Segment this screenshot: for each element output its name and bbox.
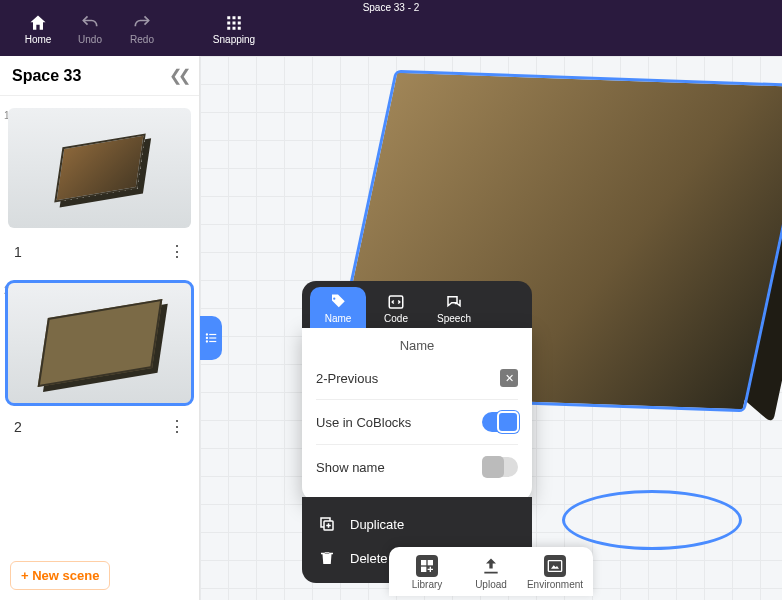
object-name-value[interactable]: 2-Previous xyxy=(316,371,378,386)
scene-item-2[interactable]: 2 2 ⋮ xyxy=(0,283,199,450)
undo-label: Undo xyxy=(78,34,102,45)
redo-button[interactable]: Redo xyxy=(116,12,168,45)
object-inspector: Name Code Speech Name 2- xyxy=(302,281,532,583)
svg-rect-20 xyxy=(548,561,561,572)
bottom-toolbar: Library Upload Environment xyxy=(389,547,593,596)
svg-rect-12 xyxy=(209,337,216,338)
environment-label: Environment xyxy=(527,579,583,590)
upload-label: Upload xyxy=(475,579,507,590)
svg-point-13 xyxy=(206,340,208,342)
show-name-toggle[interactable] xyxy=(482,457,518,477)
use-in-coblocks-toggle[interactable] xyxy=(482,412,518,432)
undo-icon xyxy=(79,12,101,34)
duplicate-button[interactable]: Duplicate xyxy=(308,507,526,541)
svg-rect-0 xyxy=(227,16,230,19)
tab-label: Name xyxy=(325,313,352,324)
tab-label: Speech xyxy=(437,313,471,324)
home-icon xyxy=(27,12,49,34)
tag-icon xyxy=(329,293,347,311)
svg-rect-7 xyxy=(233,26,236,29)
show-name-label: Show name xyxy=(316,460,385,475)
library-label: Library xyxy=(412,579,443,590)
redo-icon xyxy=(131,12,153,34)
trash-icon xyxy=(318,549,338,567)
svg-rect-19 xyxy=(421,567,426,572)
delete-label: Delete xyxy=(350,551,388,566)
tab-label: Code xyxy=(384,313,408,324)
duplicate-label: Duplicate xyxy=(350,517,404,532)
library-icon xyxy=(416,555,438,577)
svg-rect-14 xyxy=(209,341,216,342)
tab-speech[interactable]: Speech xyxy=(426,287,482,328)
environment-button[interactable]: Environment xyxy=(523,551,587,594)
clear-name-button[interactable]: ✕ xyxy=(500,369,518,387)
svg-rect-17 xyxy=(421,560,426,565)
svg-point-9 xyxy=(206,333,208,335)
upload-button[interactable]: Upload xyxy=(459,551,523,594)
scene-thumbnail xyxy=(8,108,191,228)
top-toolbar: Space 33 - 2 Home Undo Redo Snapping xyxy=(0,0,782,56)
undo-button[interactable]: Undo xyxy=(64,12,116,45)
snapping-button[interactable]: Snapping xyxy=(208,12,260,45)
upload-icon xyxy=(480,555,502,577)
panel-title: Name xyxy=(316,338,518,353)
svg-point-11 xyxy=(206,337,208,339)
new-scene-button[interactable]: + New scene xyxy=(10,561,110,590)
scenes-sidebar: Space 33 ❮❮ 1 1 ⋮ 2 2 ⋮ + New scene xyxy=(0,56,200,600)
snapping-icon xyxy=(223,12,245,34)
tab-code[interactable]: Code xyxy=(368,287,424,328)
home-button[interactable]: Home xyxy=(12,12,64,45)
collapse-sidebar-button[interactable]: ❮❮ xyxy=(169,66,187,85)
svg-rect-3 xyxy=(227,21,230,24)
duplicate-icon xyxy=(318,515,338,533)
code-icon xyxy=(387,293,405,311)
tab-name[interactable]: Name xyxy=(310,287,366,328)
scene-menu-button[interactable]: ⋮ xyxy=(169,242,185,261)
redo-label: Redo xyxy=(130,34,154,45)
svg-rect-5 xyxy=(238,21,241,24)
svg-rect-1 xyxy=(233,16,236,19)
scene-label: 2 xyxy=(14,419,22,435)
library-button[interactable]: Library xyxy=(395,551,459,594)
svg-rect-8 xyxy=(238,26,241,29)
svg-rect-18 xyxy=(428,560,433,565)
svg-rect-4 xyxy=(233,21,236,24)
list-handle-button[interactable] xyxy=(200,316,222,360)
scene-item-1[interactable]: 1 1 ⋮ xyxy=(0,108,199,275)
scene-label: 1 xyxy=(14,244,22,260)
home-label: Home xyxy=(25,34,52,45)
scene-thumbnail xyxy=(8,283,191,403)
use-in-coblocks-label: Use in CoBlocks xyxy=(316,415,411,430)
svg-rect-10 xyxy=(209,334,216,335)
space-title: Space 33 xyxy=(12,67,81,85)
snapping-label: Snapping xyxy=(213,34,255,45)
scene-menu-button[interactable]: ⋮ xyxy=(169,417,185,436)
svg-rect-2 xyxy=(238,16,241,19)
selection-ring xyxy=(562,490,742,550)
svg-rect-6 xyxy=(227,26,230,29)
canvas-3d[interactable]: Name Code Speech Name 2- xyxy=(200,56,782,600)
environment-icon xyxy=(544,555,566,577)
speech-icon xyxy=(445,293,463,311)
